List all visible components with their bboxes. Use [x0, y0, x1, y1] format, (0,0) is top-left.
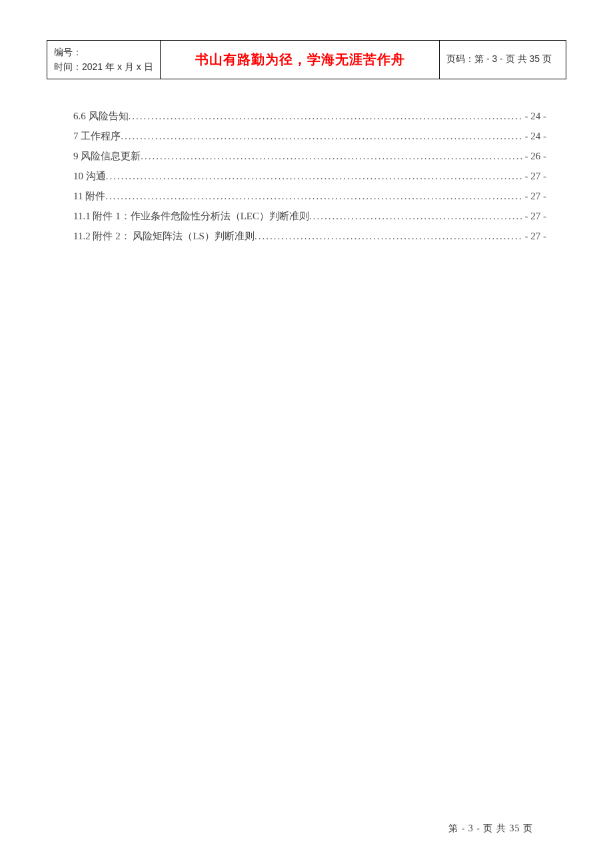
- page-footer: 第 - 3 - 页 共 35 页: [448, 823, 533, 835]
- toc-entry: 7 工作程序 - 24 -: [73, 126, 546, 146]
- toc-entry: 6.6 风险告知 - 24 -: [73, 106, 546, 126]
- header-table: 编号： 时间：2021 年 x 月 x 日 书山有路勤为径，学海无涯苦作舟 页码…: [47, 40, 566, 79]
- toc-page-number: - 27 -: [522, 226, 547, 246]
- toc-label: 11 附件: [73, 186, 105, 206]
- toc-page-number: - 27 -: [522, 206, 547, 226]
- table-of-contents: 6.6 风险告知 - 24 - 7 工作程序 - 24 - 9 风险信息更新 -…: [47, 106, 566, 246]
- toc-leader-dots: [255, 226, 522, 246]
- header-right-cell: 页码：第 - 3 - 页 共 35 页: [440, 41, 566, 79]
- header-motto: 书山有路勤为径，学海无涯苦作舟: [195, 52, 405, 67]
- toc-leader-dots: [121, 126, 522, 146]
- toc-label: 11.1 附件 1：作业条件危险性分析法（LEC）判断准则: [73, 206, 309, 226]
- toc-leader-dots: [309, 206, 522, 226]
- toc-label: 6.6 风险告知: [73, 106, 129, 126]
- toc-leader-dots: [106, 166, 522, 186]
- toc-entry: 10 沟通 - 27 -: [73, 166, 546, 186]
- toc-page-number: - 27 -: [522, 166, 547, 186]
- toc-leader-dots: [129, 106, 522, 126]
- toc-entry: 11.1 附件 1：作业条件危险性分析法（LEC）判断准则 - 27 -: [73, 206, 546, 226]
- toc-entry: 11.2 附件 2： 风险矩阵法（LS）判断准则 - 27 -: [73, 226, 546, 246]
- toc-leader-dots: [141, 146, 522, 166]
- page-info: 页码：第 - 3 - 页 共 35 页: [446, 53, 552, 64]
- toc-page-number: - 26 -: [522, 146, 547, 166]
- toc-entry: 9 风险信息更新 - 26 -: [73, 146, 546, 166]
- time-label: 时间：2021 年 x 月 x 日: [54, 59, 153, 74]
- toc-entry: 11 附件 - 27 -: [73, 186, 546, 206]
- doc-number-label: 编号：: [54, 45, 153, 59]
- header-left-cell: 编号： 时间：2021 年 x 月 x 日: [47, 41, 161, 79]
- toc-label: 10 沟通: [73, 166, 106, 186]
- document-page: 编号： 时间：2021 年 x 月 x 日 书山有路勤为径，学海无涯苦作舟 页码…: [0, 0, 613, 868]
- toc-page-number: - 24 -: [522, 106, 547, 126]
- toc-label: 11.2 附件 2： 风险矩阵法（LS）判断准则: [73, 226, 255, 246]
- header-center-cell: 书山有路勤为径，学海无涯苦作舟: [161, 41, 440, 79]
- toc-page-number: - 24 -: [522, 126, 547, 146]
- toc-leader-dots: [105, 186, 522, 206]
- toc-page-number: - 27 -: [522, 186, 547, 206]
- toc-label: 7 工作程序: [73, 126, 121, 146]
- toc-label: 9 风险信息更新: [73, 146, 141, 166]
